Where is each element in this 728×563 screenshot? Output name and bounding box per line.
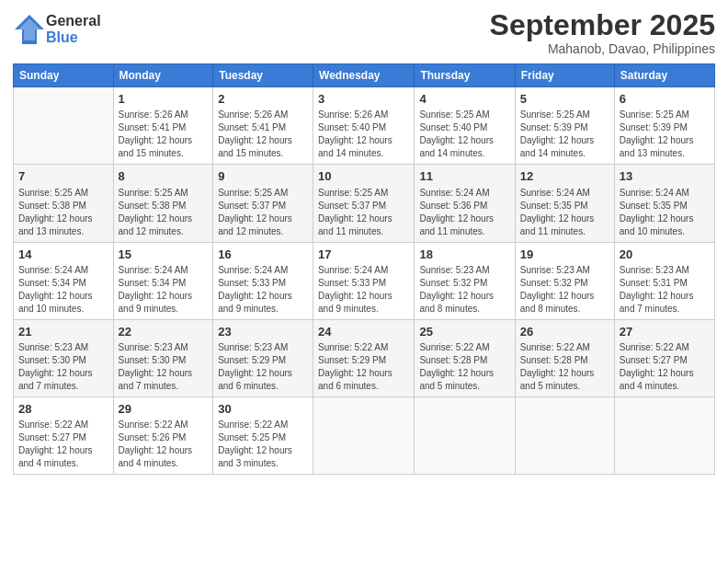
sunrise-text: Sunrise: 5:22 AM	[419, 341, 509, 354]
sunrise-text: Sunrise: 5:24 AM	[419, 187, 509, 200]
sunrise-text: Sunrise: 5:24 AM	[18, 264, 108, 277]
table-row	[313, 396, 415, 474]
day-number: 17	[318, 247, 409, 263]
day-number: 21	[18, 324, 108, 340]
table-row: 24Sunrise: 5:22 AMSunset: 5:29 PMDayligh…	[313, 319, 415, 396]
sunrise-text: Sunrise: 5:25 AM	[218, 187, 308, 200]
sunrise-text: Sunrise: 5:22 AM	[119, 419, 209, 431]
daylight-text: Daylight: 12 hours and 9 minutes.	[119, 290, 209, 316]
daylight-text: Daylight: 12 hours and 15 minutes.	[119, 134, 209, 160]
sunrise-text: Sunrise: 5:23 AM	[119, 341, 209, 354]
day-number: 10	[318, 168, 409, 185]
sunset-text: Sunset: 5:38 PM	[18, 200, 108, 213]
table-row: 1Sunrise: 5:26 AMSunset: 5:41 PMDaylight…	[113, 87, 213, 165]
sunrise-text: Sunrise: 5:25 AM	[419, 109, 509, 121]
sunrise-text: Sunrise: 5:24 AM	[119, 264, 209, 277]
sunset-text: Sunset: 5:28 PM	[520, 354, 609, 367]
daylight-text: Daylight: 12 hours and 8 minutes.	[520, 290, 609, 316]
daylight-text: Daylight: 12 hours and 14 minutes.	[318, 134, 409, 160]
day-number: 7	[18, 168, 108, 185]
table-row: 22Sunrise: 5:23 AMSunset: 5:30 PMDayligh…	[113, 319, 213, 396]
sunrise-text: Sunrise: 5:22 AM	[18, 419, 108, 431]
daylight-text: Daylight: 12 hours and 12 minutes.	[218, 213, 308, 238]
sunrise-text: Sunrise: 5:24 AM	[620, 187, 710, 200]
table-row: 20Sunrise: 5:23 AMSunset: 5:31 PMDayligh…	[614, 242, 714, 319]
day-number: 5	[520, 91, 609, 108]
day-number: 6	[620, 91, 710, 108]
day-number: 11	[419, 168, 509, 185]
calendar-week-row: 7Sunrise: 5:25 AMSunset: 5:38 PMDaylight…	[14, 165, 715, 242]
calendar-table: Sunday Monday Tuesday Wednesday Thursday…	[13, 63, 715, 475]
daylight-text: Daylight: 12 hours and 9 minutes.	[318, 290, 409, 316]
day-number: 23	[218, 324, 308, 340]
day-number: 18	[419, 247, 509, 263]
sunset-text: Sunset: 5:32 PM	[520, 277, 609, 290]
sunset-text: Sunset: 5:37 PM	[218, 200, 308, 213]
sunset-text: Sunset: 5:38 PM	[119, 200, 209, 213]
sunset-text: Sunset: 5:29 PM	[318, 354, 409, 367]
daylight-text: Daylight: 12 hours and 6 minutes.	[218, 367, 308, 393]
sunset-text: Sunset: 5:37 PM	[318, 200, 409, 213]
sunset-text: Sunset: 5:27 PM	[620, 354, 710, 367]
daylight-text: Daylight: 12 hours and 4 minutes.	[620, 367, 710, 393]
daylight-text: Daylight: 12 hours and 11 minutes.	[520, 213, 609, 238]
table-row: 11Sunrise: 5:24 AMSunset: 5:36 PMDayligh…	[415, 165, 515, 242]
day-number: 22	[119, 324, 209, 340]
header-saturday: Saturday	[614, 64, 714, 87]
day-number: 2	[218, 91, 308, 108]
table-row: 25Sunrise: 5:22 AMSunset: 5:28 PMDayligh…	[415, 319, 515, 396]
title-section: September 2025 Mahanob, Davao, Philippin…	[490, 9, 715, 56]
header-friday: Friday	[515, 64, 614, 87]
logo: General Blue	[13, 13, 101, 46]
daylight-text: Daylight: 12 hours and 9 minutes.	[218, 290, 308, 316]
sunrise-text: Sunrise: 5:23 AM	[520, 264, 609, 277]
sunset-text: Sunset: 5:39 PM	[620, 121, 710, 134]
day-number: 8	[119, 168, 209, 185]
day-number: 30	[218, 401, 308, 418]
daylight-text: Daylight: 12 hours and 8 minutes.	[419, 290, 509, 316]
table-row: 18Sunrise: 5:23 AMSunset: 5:32 PMDayligh…	[415, 242, 515, 319]
sunset-text: Sunset: 5:32 PM	[419, 277, 509, 290]
daylight-text: Daylight: 12 hours and 11 minutes.	[419, 213, 509, 238]
sunset-text: Sunset: 5:41 PM	[218, 121, 308, 134]
day-number: 26	[520, 324, 609, 340]
daylight-text: Daylight: 12 hours and 5 minutes.	[520, 367, 609, 393]
daylight-text: Daylight: 12 hours and 6 minutes.	[318, 367, 409, 393]
table-row: 4Sunrise: 5:25 AMSunset: 5:40 PMDaylight…	[415, 87, 515, 165]
sunrise-text: Sunrise: 5:25 AM	[520, 109, 609, 121]
daylight-text: Daylight: 12 hours and 10 minutes.	[620, 213, 710, 238]
daylight-text: Daylight: 12 hours and 13 minutes.	[620, 134, 710, 160]
header-sunday: Sunday	[14, 64, 114, 87]
sunrise-text: Sunrise: 5:23 AM	[218, 341, 308, 354]
day-number: 9	[218, 168, 308, 185]
day-number: 14	[18, 247, 108, 263]
sunset-text: Sunset: 5:39 PM	[520, 121, 609, 134]
day-number: 19	[520, 247, 609, 263]
daylight-text: Daylight: 12 hours and 4 minutes.	[18, 444, 108, 470]
day-number: 24	[318, 324, 409, 340]
sunset-text: Sunset: 5:25 PM	[218, 431, 308, 444]
day-number: 1	[119, 91, 209, 108]
sunrise-text: Sunrise: 5:25 AM	[119, 187, 209, 200]
day-number: 20	[620, 247, 710, 263]
table-row: 30Sunrise: 5:22 AMSunset: 5:25 PMDayligh…	[213, 396, 313, 474]
sunset-text: Sunset: 5:35 PM	[520, 200, 609, 213]
sunrise-text: Sunrise: 5:24 AM	[520, 187, 609, 200]
sunset-text: Sunset: 5:30 PM	[119, 354, 209, 367]
daylight-text: Daylight: 12 hours and 11 minutes.	[318, 213, 409, 238]
sunset-text: Sunset: 5:31 PM	[620, 277, 710, 290]
daylight-text: Daylight: 12 hours and 14 minutes.	[419, 134, 509, 160]
table-row	[515, 396, 614, 474]
sunrise-text: Sunrise: 5:22 AM	[218, 419, 308, 431]
table-row: 2Sunrise: 5:26 AMSunset: 5:41 PMDaylight…	[213, 87, 313, 165]
calendar-header-row: Sunday Monday Tuesday Wednesday Thursday…	[14, 64, 715, 87]
table-row: 7Sunrise: 5:25 AMSunset: 5:38 PMDaylight…	[14, 165, 114, 242]
header-tuesday: Tuesday	[213, 64, 313, 87]
sunrise-text: Sunrise: 5:22 AM	[620, 341, 710, 354]
table-row: 29Sunrise: 5:22 AMSunset: 5:26 PMDayligh…	[113, 396, 213, 474]
table-row	[415, 396, 515, 474]
calendar-week-row: 28Sunrise: 5:22 AMSunset: 5:27 PMDayligh…	[14, 396, 715, 474]
calendar-week-row: 1Sunrise: 5:26 AMSunset: 5:41 PMDaylight…	[14, 87, 715, 165]
day-number: 15	[119, 247, 209, 263]
daylight-text: Daylight: 12 hours and 7 minutes.	[620, 290, 710, 316]
